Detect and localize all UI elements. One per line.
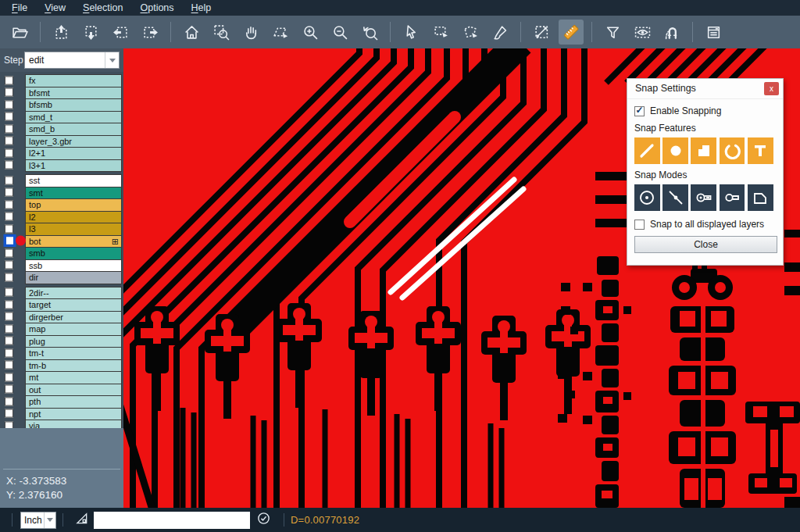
- snap-mode-pad-button[interactable]: [720, 184, 745, 211]
- layer-visibility-checkbox[interactable]: [5, 248, 13, 257]
- layer-visibility-checkbox[interactable]: [5, 176, 13, 184]
- layer-row-smd_b[interactable]: smd_b: [0, 123, 123, 135]
- layer-visibility-checkbox[interactable]: [5, 224, 13, 233]
- view-options-eye-button[interactable]: [630, 20, 655, 45]
- snap-feature-text-button[interactable]: [748, 137, 773, 164]
- layer-visibility-checkbox[interactable]: [6, 237, 13, 245]
- layer-row-l3[interactable]: l3: [0, 223, 123, 235]
- step-select[interactable]: edit: [24, 52, 120, 69]
- menu-options[interactable]: Options: [131, 2, 182, 13]
- layer-visibility-checkbox[interactable]: [5, 373, 13, 381]
- layer-row-l2[interactable]: l2: [0, 211, 123, 223]
- snap-mode-center-button[interactable]: [634, 184, 660, 211]
- zoom-in-button[interactable]: [298, 20, 323, 45]
- zoom-out-button[interactable]: [327, 20, 352, 45]
- layer-row-smb[interactable]: smb: [0, 247, 123, 259]
- layer-visibility-checkbox[interactable]: [5, 137, 13, 145]
- enable-snapping-checkbox[interactable]: [634, 106, 645, 116]
- snap-magnet-button[interactable]: [659, 20, 684, 45]
- chevron-down-icon[interactable]: [105, 52, 119, 68]
- snap-feature-line-button[interactable]: [634, 137, 660, 164]
- layer-visibility-checkbox[interactable]: [5, 88, 13, 97]
- layer-visibility-checkbox[interactable]: [5, 112, 13, 121]
- layer-row-pth[interactable]: pth: [0, 395, 123, 408]
- measure-value-input[interactable]: [94, 512, 250, 529]
- layer-name[interactable]: sst: [25, 174, 122, 187]
- select-polygon-button[interactable]: [458, 20, 483, 45]
- layer-name[interactable]: out: [25, 384, 122, 397]
- layer-name[interactable]: map: [25, 323, 122, 336]
- layer-name[interactable]: layer_3.gbr: [25, 135, 122, 148]
- import-left-button[interactable]: [108, 20, 133, 45]
- layer-visibility-checkbox[interactable]: [5, 200, 13, 209]
- layer-row-bot[interactable]: bot⊞: [0, 235, 123, 248]
- layer-name[interactable]: mt: [25, 371, 122, 384]
- layer-name[interactable]: bfsmb: [25, 98, 122, 112]
- layer-grid-icon[interactable]: ⊞: [112, 236, 119, 247]
- layer-visibility-checkbox[interactable]: [5, 324, 13, 333]
- layer-visibility-checkbox[interactable]: [5, 212, 13, 221]
- layer-row-bfsmt[interactable]: bfsmt: [0, 87, 123, 99]
- select-cursor-button[interactable]: [398, 20, 423, 45]
- layer-row-bfsmb[interactable]: bfsmb: [0, 98, 123, 111]
- layer-visibility-checkbox[interactable]: [5, 337, 13, 345]
- layer-row-l2+1[interactable]: l2+1: [0, 147, 123, 159]
- layer-name[interactable]: dirgerber: [25, 311, 122, 324]
- layer-name[interactable]: smd_b: [25, 123, 122, 136]
- pan-hand-button[interactable]: [238, 20, 263, 45]
- layer-name[interactable]: top: [25, 198, 122, 212]
- layer-name[interactable]: smt: [25, 187, 122, 200]
- layer-visibility-checkbox[interactable]: [5, 397, 13, 405]
- layer-visibility-checkbox[interactable]: [5, 100, 13, 109]
- layer-visibility-checkbox[interactable]: [5, 148, 13, 157]
- layer-row-dir[interactable]: dir: [0, 271, 123, 284]
- layer-row-plug[interactable]: plug: [0, 335, 123, 348]
- layer-row-out[interactable]: out: [0, 384, 123, 396]
- zoom-previous-button[interactable]: [357, 20, 382, 45]
- layer-visibility-checkbox[interactable]: [5, 124, 13, 133]
- measure-point-button[interactable]: [529, 20, 554, 45]
- layer-row-layer_3.gbr[interactable]: layer_3.gbr: [0, 135, 123, 148]
- layer-row-sst[interactable]: sst: [0, 174, 123, 187]
- layer-visibility-checkbox[interactable]: [5, 300, 13, 309]
- layer-name[interactable]: l3+1: [25, 159, 122, 173]
- layer-visibility-checkbox[interactable]: [5, 161, 13, 170]
- menu-view[interactable]: View: [36, 2, 74, 13]
- layer-name[interactable]: l2: [25, 211, 122, 224]
- layer-row-mt[interactable]: mt: [0, 371, 123, 384]
- layer-row-smd_t[interactable]: smd_t: [0, 111, 123, 123]
- snap-mode-pad-outline-button[interactable]: [691, 184, 716, 211]
- angle-measure-icon[interactable]: [74, 511, 89, 529]
- layer-name[interactable]: bfsmt: [25, 87, 122, 100]
- filter-button[interactable]: [600, 20, 625, 45]
- layer-name[interactable]: plug: [25, 335, 122, 348]
- zoom-area-button[interactable]: [268, 20, 293, 45]
- zoom-window-button[interactable]: [209, 20, 234, 45]
- layer-row-top[interactable]: top: [0, 198, 123, 211]
- layer-row-l3+1[interactable]: l3+1: [0, 159, 123, 172]
- layer-visibility-checkbox[interactable]: [5, 312, 13, 321]
- layer-name[interactable]: dir: [25, 271, 122, 284]
- import-right-button[interactable]: [138, 20, 162, 45]
- layer-row-fx[interactable]: fx: [0, 74, 123, 87]
- layer-row-tm-t[interactable]: tm-t: [0, 347, 123, 359]
- snap-feature-pad-button[interactable]: [662, 137, 688, 164]
- layer-name[interactable]: smb: [25, 247, 122, 260]
- layer-row-ssb[interactable]: ssb: [0, 259, 123, 272]
- chevron-down-icon[interactable]: [44, 512, 55, 528]
- layer-row-smt[interactable]: smt: [0, 187, 123, 199]
- layer-visibility-checkbox[interactable]: [5, 348, 13, 357]
- layer-name[interactable]: l3: [25, 223, 122, 236]
- layer-visibility-checkbox[interactable]: [5, 361, 13, 370]
- snap-mode-point-on-line-button[interactable]: [662, 184, 688, 211]
- snap-dialog-close-button[interactable]: Close: [634, 236, 777, 253]
- snap-feature-arc-button[interactable]: [720, 137, 745, 164]
- home-view-button[interactable]: [179, 20, 204, 45]
- sync-check-icon[interactable]: [256, 511, 271, 529]
- open-file-button[interactable]: [7, 20, 32, 45]
- import-down-button[interactable]: [78, 20, 103, 45]
- layer-row-dirgerber[interactable]: dirgerber: [0, 311, 123, 323]
- layer-name[interactable]: npt: [25, 408, 122, 421]
- menu-file[interactable]: File: [3, 2, 36, 13]
- menu-help[interactable]: Help: [183, 2, 220, 13]
